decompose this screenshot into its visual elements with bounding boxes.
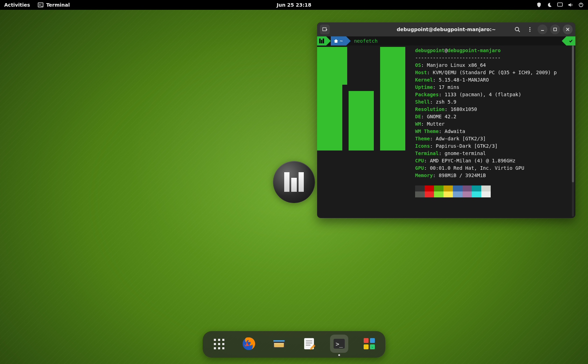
svg-rect-28 <box>218 347 220 349</box>
close-button[interactable] <box>563 24 573 34</box>
svg-rect-34 <box>274 343 284 344</box>
terminal-titlebar[interactable]: debugpoint@debugpoint-manjaro:~ <box>317 22 575 36</box>
svg-rect-3 <box>558 3 562 6</box>
terminal-body[interactable]: debugpoint@debugpoint-manjaro ----------… <box>317 46 575 218</box>
dock-item-show-apps[interactable] <box>210 335 228 353</box>
color-palette <box>415 186 491 197</box>
power-icon[interactable] <box>578 2 584 8</box>
clock[interactable]: Jun 25 23:18 <box>277 2 312 8</box>
running-indicator <box>338 354 340 356</box>
neofetch-ascii-logo <box>317 47 405 150</box>
prompt-status-ok <box>566 36 575 46</box>
prompt-distro-chip <box>317 36 326 46</box>
prompt-path-label: ~ <box>340 38 343 44</box>
focused-app-label: Terminal <box>46 2 70 8</box>
svg-rect-15 <box>554 28 556 31</box>
svg-rect-43 <box>364 344 369 349</box>
svg-point-11 <box>529 27 530 28</box>
svg-line-10 <box>518 30 520 32</box>
dock-item-software[interactable] <box>360 335 378 353</box>
focused-app-menu[interactable]: >_ Terminal <box>38 2 70 8</box>
svg-rect-26 <box>222 343 224 345</box>
activities-button[interactable]: Activities <box>4 2 30 8</box>
night-light-icon[interactable] <box>547 2 552 8</box>
terminal-title: debugpoint@debugpoint-manjaro:~ <box>397 27 496 32</box>
svg-rect-27 <box>214 347 216 349</box>
svg-point-13 <box>529 30 530 31</box>
dock-item-terminal[interactable]: >_ <box>330 335 348 353</box>
minimize-button[interactable] <box>538 24 547 34</box>
terminal-scrollbar[interactable] <box>572 46 574 217</box>
svg-rect-32 <box>273 340 285 342</box>
dock-item-files[interactable] <box>270 335 288 353</box>
svg-point-9 <box>515 27 519 31</box>
terminal-icon: >_ <box>38 2 43 8</box>
menu-button[interactable] <box>525 24 535 34</box>
dock-item-text-editor[interactable] <box>300 335 318 353</box>
svg-text:>_: >_ <box>336 341 343 348</box>
scrollbar-thumb[interactable] <box>572 46 574 182</box>
top-bar: Activities >_ Terminal Jun 25 23:18 <box>0 0 588 10</box>
prompt-path-chip: ~ <box>331 36 346 46</box>
svg-text:>_: >_ <box>39 3 43 7</box>
prompt-bar: ~ neofetch <box>317 36 575 46</box>
volume-icon[interactable] <box>568 2 573 8</box>
new-tab-button[interactable] <box>320 24 330 34</box>
prompt-command: neofetch <box>354 38 377 44</box>
svg-rect-22 <box>218 339 220 341</box>
svg-rect-21 <box>214 339 216 341</box>
manjaro-icon <box>319 38 324 43</box>
home-icon <box>334 38 338 43</box>
display-icon[interactable] <box>557 2 563 8</box>
dock: >_ <box>203 331 385 358</box>
svg-rect-18 <box>319 38 321 43</box>
svg-rect-42 <box>370 338 375 343</box>
svg-rect-25 <box>218 343 220 345</box>
svg-point-12 <box>529 29 530 30</box>
svg-rect-41 <box>364 338 369 343</box>
terminal-window: debugpoint@debugpoint-manjaro:~ ~ <box>317 22 575 218</box>
svg-rect-29 <box>222 347 224 349</box>
manjaro-desktop-logo <box>273 161 315 203</box>
search-button[interactable] <box>512 24 522 34</box>
svg-rect-20 <box>323 38 324 43</box>
svg-rect-24 <box>214 343 216 345</box>
maximize-button[interactable] <box>550 24 560 34</box>
svg-rect-19 <box>321 40 322 43</box>
svg-rect-23 <box>222 339 224 341</box>
privacy-indicator-icon[interactable] <box>536 2 542 8</box>
dock-item-firefox[interactable] <box>240 335 258 353</box>
svg-rect-6 <box>323 28 326 31</box>
